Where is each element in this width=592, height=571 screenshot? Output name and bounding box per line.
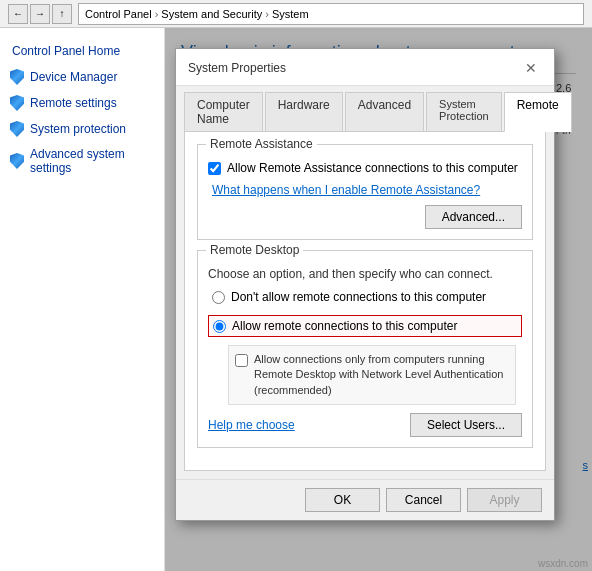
back-button[interactable]: ← [8, 4, 28, 24]
title-bar: ← → ↑ Control Panel › System and Securit… [0, 0, 592, 28]
tabs-bar: Computer Name Hardware Advanced System P… [176, 86, 554, 131]
radio-dont-allow[interactable] [212, 291, 225, 304]
tab-hardware[interactable]: Hardware [265, 92, 343, 131]
sidebar-item-system-protection[interactable]: System protection [0, 116, 164, 142]
forward-button[interactable]: → [30, 4, 50, 24]
radio-row-allow: Allow remote connections to this compute… [208, 315, 522, 337]
separator-2: › [265, 8, 269, 20]
shield-icon-2 [10, 95, 24, 111]
sidebar-item-advanced-settings[interactable]: Advanced system settings [0, 142, 164, 180]
ok-button[interactable]: OK [305, 488, 380, 512]
tab-computer-name[interactable]: Computer Name [184, 92, 263, 131]
help-me-choose-link[interactable]: Help me choose [208, 418, 295, 432]
sub-checkbox-row: Allow connections only from computers ru… [228, 345, 516, 405]
remote-assistance-checkbox-label: Allow Remote Assistance connections to t… [227, 161, 518, 175]
remote-desktop-label: Remote Desktop [206, 243, 303, 257]
dialog-close-button[interactable]: ✕ [520, 57, 542, 79]
sidebar-label-system-protection: System protection [30, 122, 126, 136]
nav-buttons: ← → ↑ [8, 4, 72, 24]
radio-row-dont-allow: Don't allow remote connections to this c… [208, 287, 522, 307]
breadcrumb-security: System and Security [161, 8, 262, 20]
remote-assistance-section: Remote Assistance Allow Remote Assistanc… [197, 144, 533, 240]
sidebar: Control Panel Home Device Manager Remote… [0, 28, 165, 571]
system-properties-dialog: System Properties ✕ Computer Name Hardwa… [175, 48, 555, 521]
remote-assistance-link[interactable]: What happens when I enable Remote Assist… [212, 183, 480, 197]
tab-content-remote: Remote Assistance Allow Remote Assistanc… [184, 131, 546, 471]
dialog-buttons: OK Cancel Apply [176, 479, 554, 520]
apply-button[interactable]: Apply [467, 488, 542, 512]
breadcrumb-system: System [272, 8, 309, 20]
radio-allow-label: Allow remote connections to this compute… [232, 319, 457, 333]
up-button[interactable]: ↑ [52, 4, 72, 24]
shield-icon-3 [10, 121, 24, 137]
remote-assistance-content: Allow Remote Assistance connections to t… [208, 161, 522, 229]
remote-assistance-checkbox[interactable] [208, 162, 221, 175]
main-layout: Control Panel Home Device Manager Remote… [0, 28, 592, 571]
cancel-button[interactable]: Cancel [386, 488, 461, 512]
shield-icon-1 [10, 69, 24, 85]
sidebar-item-device-manager[interactable]: Device Manager [0, 64, 164, 90]
tab-advanced[interactable]: Advanced [345, 92, 424, 131]
select-users-button[interactable]: Select Users... [410, 413, 522, 437]
dialog-titlebar: System Properties ✕ [176, 49, 554, 86]
watermark: wsxdn.com [538, 558, 588, 569]
remote-assistance-checkbox-row: Allow Remote Assistance connections to t… [208, 161, 522, 175]
nla-checkbox[interactable] [235, 354, 248, 367]
sidebar-label-remote-settings: Remote settings [30, 96, 117, 110]
separator-1: › [155, 8, 159, 20]
advanced-btn-row: Advanced... [208, 205, 522, 229]
sidebar-label-advanced-settings: Advanced system settings [30, 147, 154, 175]
content-area: View basic information about your comput… [165, 28, 592, 571]
dialog-title: System Properties [188, 61, 286, 75]
tab-remote[interactable]: Remote [504, 92, 572, 132]
nla-checkbox-label: Allow connections only from computers ru… [254, 352, 509, 398]
radio-dont-allow-label: Don't allow remote connections to this c… [231, 290, 486, 304]
remote-desktop-desc: Choose an option, and then specify who c… [208, 267, 522, 281]
remote-desktop-section: Remote Desktop Choose an option, and the… [197, 250, 533, 448]
sidebar-item-remote-settings[interactable]: Remote settings [0, 90, 164, 116]
advanced-button[interactable]: Advanced... [425, 205, 522, 229]
tab-system-protection[interactable]: System Protection [426, 92, 502, 131]
sidebar-heading[interactable]: Control Panel Home [0, 38, 164, 64]
address-bar: Control Panel › System and Security › Sy… [78, 3, 584, 25]
shield-icon-4 [10, 153, 24, 169]
remote-desktop-content: Choose an option, and then specify who c… [208, 267, 522, 437]
breadcrumb-panel: Control Panel [85, 8, 152, 20]
remote-assistance-label: Remote Assistance [206, 137, 317, 151]
sidebar-label-device-manager: Device Manager [30, 70, 117, 84]
radio-allow[interactable] [213, 320, 226, 333]
